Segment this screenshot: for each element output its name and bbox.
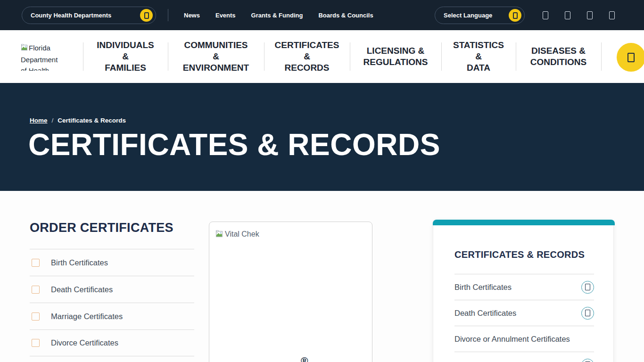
- vitalchek-image-link[interactable]: Vital Chek: [215, 230, 259, 240]
- main-nav: Florida Department of Health INDIVIDUALS…: [0, 30, 644, 83]
- list-item-label: Death Certificates: [51, 285, 113, 294]
- broken-image-icon: [21, 43, 28, 54]
- nav-item-diseases-conditions[interactable]: DISEASES & CONDITIONS: [516, 30, 601, 83]
- county-health-chevron-icon: [140, 9, 153, 22]
- placeholder-glyph: [144, 12, 149, 19]
- breadcrumb: Home / Certificates & Records: [30, 117, 126, 124]
- list-item-divorce-certificates[interactable]: Divorce Certificates: [30, 329, 194, 356]
- accordion-row-label: Birth Certificates: [454, 283, 512, 292]
- nav-item-certificates-records[interactable]: CERTIFICATES & RECORDS: [264, 30, 350, 83]
- doh-logo-link[interactable]: Florida Department of Health: [0, 30, 83, 83]
- vitalchek-card: Vital Chek ®: [209, 222, 372, 362]
- nav-search-cell: [601, 30, 644, 83]
- order-certificates-heading: ORDER CERTIFICATES: [30, 221, 173, 235]
- placeholder-glyph: [585, 310, 590, 316]
- nav-item-statistics-data[interactable]: STATISTICS & DATA: [441, 30, 516, 83]
- hero-banner: Home / Certificates & Records CERTIFICAT…: [0, 83, 644, 191]
- certificate-bullet-icon: [32, 339, 40, 347]
- records-card-heading: CERTIFICATES & RECORDS: [454, 249, 585, 260]
- accordion-row-birth-certificates[interactable]: Birth Certificates: [454, 274, 594, 300]
- link-grants-funding[interactable]: Grants & Funding: [251, 12, 303, 19]
- certificate-bullet-icon: [32, 286, 40, 294]
- order-certificates-list: Birth Certificates Death Certificates Ma…: [30, 249, 194, 356]
- accordion-row-label: Marriage Certificates: [454, 361, 526, 362]
- nav-item-licensing-regulations[interactable]: LICENSING & REGULATIONS: [350, 30, 441, 83]
- card-accent-bar: [433, 220, 615, 225]
- certificate-bullet-icon: [32, 313, 40, 321]
- expand-icon[interactable]: [581, 307, 594, 320]
- social-icon-2[interactable]: [565, 11, 570, 19]
- breadcrumb-current: Certificates & Records: [58, 117, 126, 124]
- accordion-row-death-certificates[interactable]: Death Certificates: [454, 300, 594, 326]
- utility-bar: County Health Departments News Events Gr…: [0, 0, 644, 30]
- list-item-label: Birth Certificates: [51, 258, 108, 267]
- expand-icon[interactable]: [581, 281, 594, 294]
- vitalchek-alt-text: Vital Chek: [225, 230, 259, 239]
- certificate-bullet-icon: [32, 259, 40, 267]
- records-card-list: Birth Certificates Death Certificates Di…: [454, 274, 594, 362]
- social-icon-3[interactable]: [587, 11, 593, 19]
- main-content: ORDER CERTIFICATES Birth Certificates De…: [0, 191, 644, 362]
- utility-bar-divider: [168, 9, 168, 21]
- link-boards-councils[interactable]: Boards & Councils: [318, 12, 373, 19]
- accordion-row-label: Death Certificates: [454, 309, 516, 318]
- broken-image-icon: [215, 230, 223, 240]
- accordion-row-label: Divorce or Annulment Certificates: [454, 335, 570, 344]
- doh-logo-alt-text: Florida Department of Health: [21, 42, 65, 71]
- county-health-departments-label: County Health Departments: [31, 12, 111, 19]
- nav-item-individuals-families[interactable]: INDIVIDUALS & FAMILIES: [83, 30, 168, 83]
- accordion-row-marriage-certificates[interactable]: Marriage Certificates: [454, 352, 594, 362]
- registered-trademark-symbol: ®: [301, 355, 308, 362]
- utility-links: News Events Grants & Funding Boards & Co…: [184, 0, 373, 30]
- social-icons: [543, 0, 615, 30]
- list-item-label: Divorce Certificates: [51, 338, 118, 347]
- placeholder-glyph: [513, 12, 518, 19]
- list-item-birth-certificates[interactable]: Birth Certificates: [30, 249, 194, 276]
- link-events[interactable]: Events: [215, 12, 236, 19]
- expand-icon[interactable]: [581, 359, 594, 362]
- language-globe-icon: [509, 9, 521, 22]
- nav-item-communities-environment[interactable]: COMMUNITIES & ENVIRONMENT: [168, 30, 264, 83]
- placeholder-glyph: [585, 284, 590, 290]
- social-icon-4[interactable]: [609, 11, 615, 19]
- search-button[interactable]: [617, 43, 644, 72]
- county-health-departments-button[interactable]: County Health Departments: [22, 7, 156, 24]
- link-news[interactable]: News: [184, 12, 200, 19]
- certificates-records-card: CERTIFICATES & RECORDS Birth Certificate…: [433, 220, 614, 362]
- page-title: CERTIFICATES & RECORDS: [28, 127, 440, 162]
- list-item-label: Marriage Certificates: [51, 312, 123, 321]
- list-item-death-certificates[interactable]: Death Certificates: [30, 276, 194, 303]
- select-language-label: Select Language: [444, 12, 492, 19]
- breadcrumb-home-link[interactable]: Home: [30, 117, 48, 124]
- breadcrumb-separator: /: [52, 117, 54, 124]
- list-item-marriage-certificates[interactable]: Marriage Certificates: [30, 303, 194, 329]
- accordion-row-divorce-annulment-certificates[interactable]: Divorce or Annulment Certificates: [454, 326, 594, 352]
- social-icon-1[interactable]: [543, 11, 548, 19]
- select-language-button[interactable]: Select Language: [435, 7, 525, 24]
- search-icon: [627, 53, 635, 62]
